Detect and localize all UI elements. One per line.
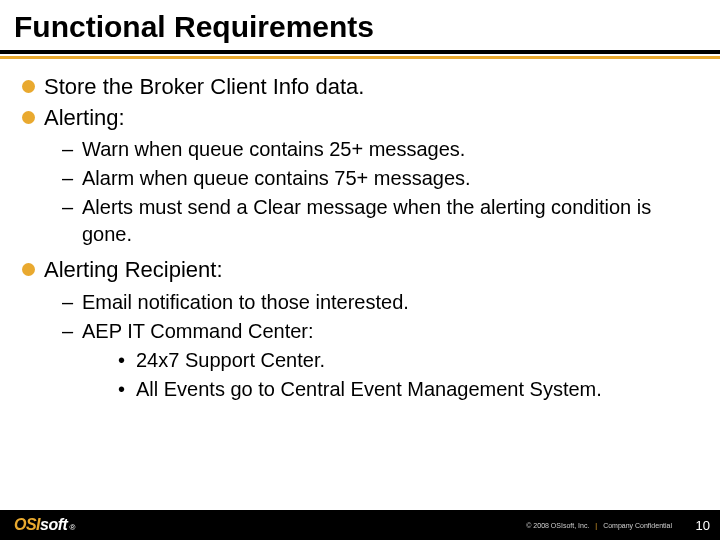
sub-item: AEP IT Command Center: 24x7 Support Cent… <box>44 318 698 403</box>
sub-item: Warn when queue contains 25+ messages. <box>44 136 698 163</box>
copyright: © 2008 OSIsoft, Inc. | Company Confident… <box>526 522 672 529</box>
footer-right: © 2008 OSIsoft, Inc. | Company Confident… <box>526 518 710 533</box>
sub-text: AEP IT Command Center: <box>82 320 314 342</box>
copyright-left: © 2008 OSIsoft, Inc. <box>526 522 589 529</box>
registered-icon: ® <box>69 523 75 532</box>
logo-soft: soft <box>40 516 67 533</box>
slide-content: Store the Broker Client Info data. Alert… <box>0 69 720 510</box>
sub-item: Email notification to those interested. <box>44 289 698 316</box>
bullet-list: Store the Broker Client Info data. Alert… <box>22 73 698 403</box>
sub-list: Warn when queue contains 25+ messages. A… <box>44 136 698 248</box>
bullet-item: Alerting: Warn when queue contains 25+ m… <box>22 104 698 249</box>
slide-title: Functional Requirements <box>0 0 720 50</box>
logo-text: OSIsoft <box>14 516 67 534</box>
subsub-list: 24x7 Support Center. All Events go to Ce… <box>82 347 698 403</box>
title-rule-gold <box>0 56 720 59</box>
sub-list: Email notification to those interested. … <box>44 289 698 403</box>
separator-icon: | <box>595 522 597 529</box>
bullet-item: Alerting Recipient: Email notification t… <box>22 256 698 403</box>
slide: Functional Requirements Store the Broker… <box>0 0 720 540</box>
bullet-item: Store the Broker Client Info data. <box>22 73 698 102</box>
footer-bar: OSIsoft ® © 2008 OSIsoft, Inc. | Company… <box>0 510 720 540</box>
title-rule-black <box>0 50 720 54</box>
subsub-item: All Events go to Central Event Managemen… <box>82 376 698 403</box>
bullet-text: Alerting: <box>44 105 125 130</box>
page-number: 10 <box>690 518 710 533</box>
subsub-item: 24x7 Support Center. <box>82 347 698 374</box>
copyright-right: Company Confidential <box>603 522 672 529</box>
sub-item: Alerts must send a Clear message when th… <box>44 194 698 248</box>
logo-osi: OSI <box>14 516 40 533</box>
bullet-text: Alerting Recipient: <box>44 257 223 282</box>
sub-item: Alarm when queue contains 75+ messages. <box>44 165 698 192</box>
logo: OSIsoft ® <box>14 516 75 534</box>
